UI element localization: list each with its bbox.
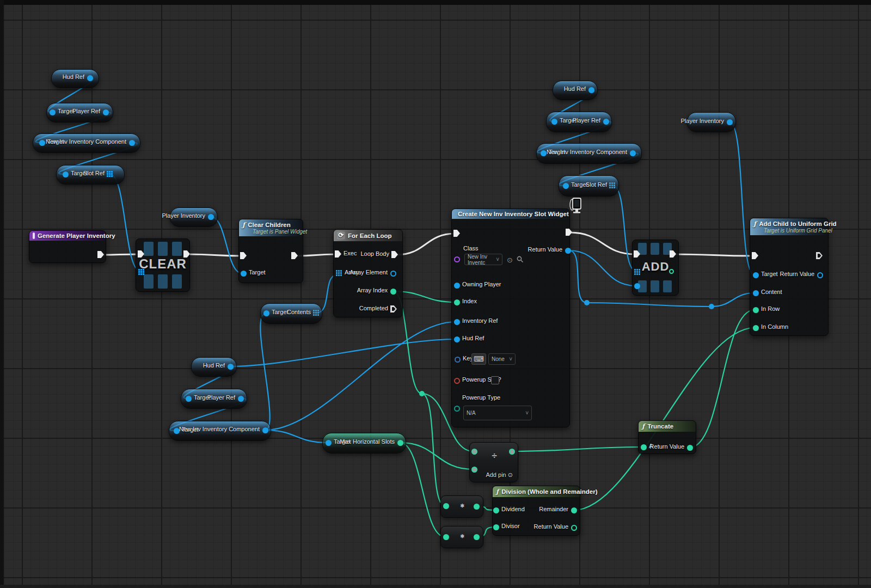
create-powerup-type-dropdown[interactable]: N/A˅ bbox=[463, 406, 532, 420]
get-hud-ref-bottom-hud-ref-out[interactable] bbox=[228, 364, 234, 370]
array-add-exec-out[interactable] bbox=[670, 250, 676, 258]
add-child-to-uniform-grid-in-column-in[interactable] bbox=[753, 325, 759, 331]
get-slot-ref-topright-slot-ref-out[interactable] bbox=[609, 182, 615, 188]
get-player-ref-topleft-target-in[interactable] bbox=[50, 109, 56, 115]
add-child-to-uniform-grid-in-row-in[interactable] bbox=[753, 307, 759, 313]
clear-children-exec-out[interactable] bbox=[291, 252, 298, 259]
for-each-loop-exec-in[interactable] bbox=[335, 250, 341, 258]
division-whole-remainder-dividend-in[interactable] bbox=[493, 507, 499, 513]
create-powerup-type-label: Powerup Type bbox=[462, 394, 500, 401]
create-inv-slot-widget-index-in-label: Index bbox=[462, 298, 477, 304]
create-class-browse-icon[interactable] bbox=[516, 255, 524, 264]
get-hud-ref-topleft-hud-ref-out[interactable] bbox=[87, 75, 93, 81]
create-inv-slot-widget-powerup-slot-in[interactable] bbox=[454, 378, 460, 384]
create-inv-slot-widget-inventory-ref-in[interactable] bbox=[454, 319, 460, 325]
for-each-loop-exec-in-label: Exec bbox=[344, 250, 357, 256]
array-clear-exec-out[interactable] bbox=[183, 250, 190, 258]
get-contents-contents-out[interactable] bbox=[313, 310, 319, 316]
array-add-array-in[interactable] bbox=[634, 269, 640, 275]
division-whole-remainder-dividend-in-label: Dividend bbox=[501, 506, 525, 512]
create-inv-slot-widget-hud-ref-in[interactable] bbox=[454, 336, 460, 342]
clear-children-exec-in[interactable] bbox=[240, 252, 247, 259]
array-clear-array-in[interactable] bbox=[138, 269, 144, 275]
division-whole-remainder-return-value-out[interactable] bbox=[571, 525, 577, 531]
get-player-ref-topright-player-ref-out[interactable] bbox=[603, 119, 609, 125]
get-inv-component-bottom-target-in[interactable] bbox=[174, 428, 180, 434]
get-player-inventory-left-player-inventory-out[interactable] bbox=[208, 214, 214, 220]
event-generate-player-inventory-exec-out[interactable] bbox=[97, 251, 104, 258]
array-add-deco bbox=[663, 280, 672, 292]
get-max-horizontal-slots-target-in[interactable] bbox=[326, 440, 332, 446]
for-each-loop-loop-body-out-label: Loop Body bbox=[360, 250, 389, 257]
array-clear[interactable]: CLEAR bbox=[136, 238, 190, 292]
array-add-item-in[interactable] bbox=[634, 283, 640, 289]
event-generate-player-inventory[interactable]: Generate Player Inventory bbox=[29, 230, 106, 263]
create-inv-slot-widget-key-in[interactable] bbox=[455, 357, 461, 363]
division-whole-remainder-return-value-out-label: Return Value bbox=[534, 523, 568, 530]
for-each-loop-array-in[interactable] bbox=[336, 270, 342, 276]
multiply-top-a-in[interactable] bbox=[443, 503, 449, 509]
get-inv-component-bottom-inv-component-out[interactable] bbox=[262, 427, 268, 433]
add-child-to-uniform-grid-exec-in[interactable] bbox=[752, 252, 758, 259]
blueprint-canvas[interactable]: Hud RefTargetPlayer RefTargetNew Inv Inv… bbox=[0, 0, 871, 588]
create-inv-slot-widget-exec-in[interactable] bbox=[453, 230, 460, 237]
array-add-index-out[interactable] bbox=[669, 269, 674, 274]
truncate-a-in[interactable] bbox=[641, 444, 647, 450]
get-inv-component-topright-inv-component-out[interactable] bbox=[630, 150, 636, 156]
array-clear-exec-in[interactable] bbox=[138, 250, 144, 258]
truncate-return-value-out[interactable] bbox=[687, 445, 693, 451]
divide-a-in[interactable] bbox=[471, 449, 477, 455]
get-player-ref-bottom-target-in[interactable] bbox=[186, 396, 192, 402]
truncate-title: Truncate bbox=[647, 423, 673, 430]
division-whole-remainder-remainder-out[interactable] bbox=[571, 507, 577, 513]
create-key-keyboard-button[interactable]: ⌨ bbox=[471, 353, 486, 365]
get-player-inventory-topright-player-inventory-out[interactable] bbox=[727, 119, 733, 125]
add-child-to-uniform-grid-content-in[interactable] bbox=[753, 290, 759, 296]
create-inv-slot-widget-index-in[interactable] bbox=[454, 299, 460, 305]
for-each-loop-completed-out[interactable] bbox=[390, 305, 397, 313]
multiply-top-result-out[interactable] bbox=[474, 504, 480, 510]
get-player-ref-topright-target-in[interactable] bbox=[551, 119, 557, 125]
division-whole-remainder-divisor-in[interactable] bbox=[493, 524, 499, 530]
get-slot-ref-topleft-slot-ref-out[interactable] bbox=[107, 171, 113, 177]
array-clear-deco bbox=[144, 274, 154, 289]
create-class-dropdown[interactable]: New Inv Inventc˅ bbox=[464, 254, 502, 265]
for-each-loop-array-element-out[interactable] bbox=[390, 271, 396, 277]
add-child-to-uniform-grid-target-in[interactable] bbox=[753, 272, 759, 278]
create-inv-slot-widget-class-in[interactable] bbox=[454, 256, 460, 262]
for-each-loop-loop-body-out[interactable] bbox=[391, 251, 398, 258]
create-inv-slot-widget-powerup-type-in[interactable] bbox=[454, 406, 460, 412]
get-slot-ref-topright-target-in[interactable] bbox=[563, 183, 569, 189]
divide-add-pin[interactable]: Add pin ⊙ bbox=[486, 471, 513, 479]
array-clear-deco bbox=[158, 274, 168, 289]
event-generate-player-inventory-header: Generate Player Inventory bbox=[29, 231, 106, 241]
clear-children-target-in[interactable] bbox=[241, 271, 247, 277]
divide-b-in[interactable] bbox=[471, 467, 477, 473]
create-inv-slot-widget-return-value-out[interactable] bbox=[565, 248, 571, 254]
for-each-loop-array-index-out[interactable] bbox=[390, 289, 396, 295]
get-slot-ref-topleft-target-in[interactable] bbox=[63, 171, 69, 177]
get-hud-ref-topright-hud-ref-out[interactable] bbox=[588, 87, 594, 93]
clear-children[interactable]: ƒClear ChildrenTarget is Panel Widget bbox=[238, 219, 303, 283]
get-max-horizontal-slots-max-horizontal-slots-out-label: Max Horizontal Slots bbox=[340, 438, 395, 445]
get-player-ref-bottom-player-ref-out[interactable] bbox=[238, 396, 244, 402]
create-inv-slot-widget-owning-player-in[interactable] bbox=[454, 283, 460, 289]
division-whole-remainder-title-row: ƒDivision (Whole and Remainder) bbox=[496, 488, 575, 495]
add-child-to-uniform-grid-return-value-out[interactable] bbox=[817, 272, 823, 278]
multiply-bottom-a-in[interactable] bbox=[443, 534, 449, 540]
create-powerup-slot-checkbox[interactable] bbox=[491, 376, 499, 384]
divide-result-out[interactable] bbox=[509, 449, 515, 455]
create-key-dropdown[interactable]: None˅ bbox=[488, 353, 516, 365]
multiply-bottom-result-out[interactable] bbox=[474, 534, 480, 540]
divide-symbol: ÷ bbox=[492, 450, 496, 461]
create-inv-slot-widget-exec-out[interactable] bbox=[566, 229, 572, 236]
get-contents-target-in[interactable] bbox=[263, 310, 269, 316]
get-inv-component-topright-target-in[interactable] bbox=[541, 150, 547, 156]
get-max-horizontal-slots-max-horizontal-slots-out[interactable] bbox=[397, 440, 403, 446]
get-inv-component-topleft-target-in[interactable] bbox=[39, 140, 45, 146]
array-add-exec-in[interactable] bbox=[634, 250, 640, 258]
create-class-use-asset-icon[interactable]: ⊙ bbox=[507, 256, 513, 264]
get-inv-component-topleft-inv-component-out[interactable] bbox=[129, 140, 135, 146]
add-child-to-uniform-grid-exec-out[interactable] bbox=[816, 252, 823, 259]
get-player-ref-topleft-player-ref-out[interactable] bbox=[103, 109, 109, 115]
